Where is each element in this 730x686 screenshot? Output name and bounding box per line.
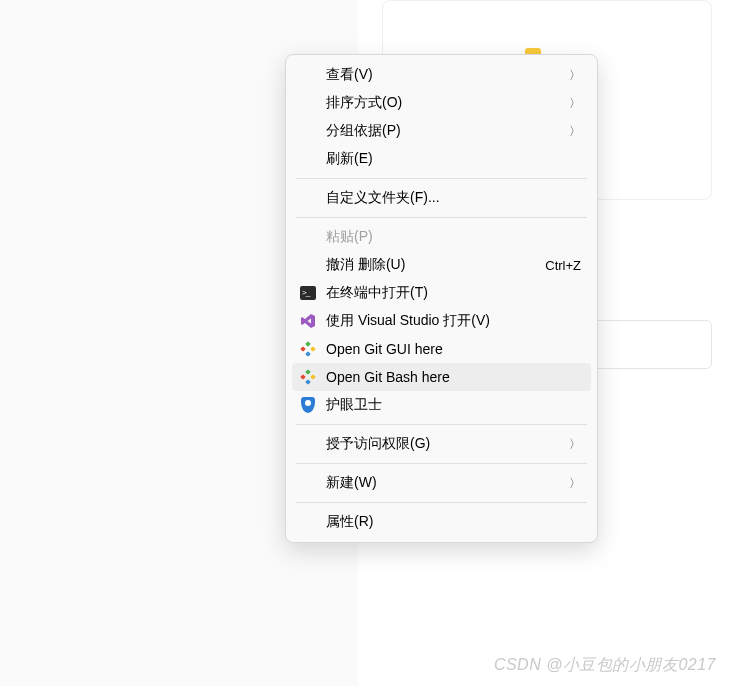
git-icon bbox=[299, 340, 317, 358]
menu-open-visual-studio[interactable]: 使用 Visual Studio 打开(V) bbox=[292, 307, 591, 335]
menu-label: 使用 Visual Studio 打开(V) bbox=[326, 312, 583, 330]
menu-label: Open Git Bash here bbox=[326, 369, 583, 385]
menu-label: 在终端中打开(T) bbox=[326, 284, 583, 302]
context-menu: 查看(V) 〉 排序方式(O) 〉 分组依据(P) 〉 刷新(E) 自定义文件夹… bbox=[285, 54, 598, 543]
chevron-right-icon: 〉 bbox=[569, 436, 581, 453]
menu-properties[interactable]: 属性(R) bbox=[292, 508, 591, 536]
watermark-text: CSDN @小豆包的小朋友0217 bbox=[494, 655, 716, 676]
menu-separator bbox=[296, 217, 587, 218]
menu-label: Open Git GUI here bbox=[326, 341, 583, 357]
menu-grant-access[interactable]: 授予访问权限(G) 〉 bbox=[292, 430, 591, 458]
menu-label: 查看(V) bbox=[326, 66, 569, 84]
menu-label: 属性(R) bbox=[326, 513, 583, 531]
menu-git-gui[interactable]: Open Git GUI here bbox=[292, 335, 591, 363]
menu-new[interactable]: 新建(W) 〉 bbox=[292, 469, 591, 497]
svg-rect-7 bbox=[305, 379, 311, 385]
menu-separator bbox=[296, 463, 587, 464]
menu-group[interactable]: 分组依据(P) 〉 bbox=[292, 117, 591, 145]
svg-rect-2 bbox=[310, 346, 316, 352]
menu-git-bash[interactable]: Open Git Bash here bbox=[292, 363, 591, 391]
menu-eye-guardian[interactable]: 护眼卫士 bbox=[292, 391, 591, 419]
menu-customize-folder[interactable]: 自定义文件夹(F)... bbox=[292, 184, 591, 212]
menu-label: 分组依据(P) bbox=[326, 122, 569, 140]
svg-rect-0 bbox=[300, 346, 306, 352]
menu-label: 排序方式(O) bbox=[326, 94, 569, 112]
menu-view[interactable]: 查看(V) 〉 bbox=[292, 61, 591, 89]
git-icon bbox=[299, 368, 317, 386]
menu-undo-delete[interactable]: 撤消 删除(U) Ctrl+Z bbox=[292, 251, 591, 279]
menu-separator bbox=[296, 502, 587, 503]
menu-shortcut: Ctrl+Z bbox=[545, 258, 581, 273]
shield-icon bbox=[299, 396, 317, 414]
terminal-icon bbox=[299, 284, 317, 302]
menu-open-terminal[interactable]: 在终端中打开(T) bbox=[292, 279, 591, 307]
visual-studio-icon bbox=[299, 312, 317, 330]
svg-rect-6 bbox=[310, 374, 316, 380]
menu-label: 撤消 删除(U) bbox=[326, 256, 545, 274]
menu-sort[interactable]: 排序方式(O) 〉 bbox=[292, 89, 591, 117]
svg-rect-5 bbox=[305, 369, 311, 375]
menu-separator bbox=[296, 178, 587, 179]
chevron-right-icon: 〉 bbox=[569, 123, 581, 140]
svg-rect-3 bbox=[305, 351, 311, 357]
svg-rect-4 bbox=[300, 374, 306, 380]
menu-label: 粘贴(P) bbox=[326, 228, 583, 246]
menu-label: 自定义文件夹(F)... bbox=[326, 189, 583, 207]
menu-label: 授予访问权限(G) bbox=[326, 435, 569, 453]
svg-rect-1 bbox=[305, 341, 311, 347]
menu-label: 新建(W) bbox=[326, 474, 569, 492]
menu-separator bbox=[296, 424, 587, 425]
chevron-right-icon: 〉 bbox=[569, 95, 581, 112]
menu-paste: 粘贴(P) bbox=[292, 223, 591, 251]
menu-refresh[interactable]: 刷新(E) bbox=[292, 145, 591, 173]
chevron-right-icon: 〉 bbox=[569, 67, 581, 84]
chevron-right-icon: 〉 bbox=[569, 475, 581, 492]
menu-label: 护眼卫士 bbox=[326, 396, 583, 414]
menu-label: 刷新(E) bbox=[326, 150, 583, 168]
